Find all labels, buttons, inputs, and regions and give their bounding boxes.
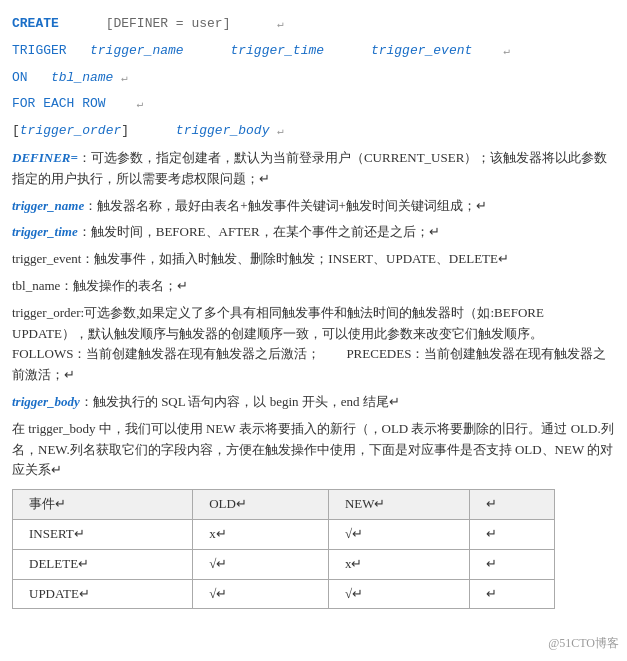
trigger-time-param: trigger_time — [230, 43, 324, 58]
cell-insert: INSERT↵ — [13, 519, 193, 549]
on-line: ON tbl_name ↵ — [12, 68, 615, 89]
trigger-order-term: trigger_order — [12, 305, 81, 320]
table-row: DELETE↵ √↵ x↵ ↵ — [13, 549, 555, 579]
cell-update-empty: ↵ — [470, 579, 555, 609]
on-keyword: ON — [12, 70, 28, 85]
col-empty: ↵ — [470, 490, 555, 520]
cell-insert-empty: ↵ — [470, 519, 555, 549]
trigger-body-term: trigger_body — [12, 394, 80, 409]
trigger-line: TRIGGER trigger_name trigger_time trigge… — [12, 41, 615, 62]
definer-desc: DEFINER=：可选参数，指定创建者，默认为当前登录用户（CURRENT_US… — [12, 148, 615, 190]
tbl-name-param: tbl_name — [51, 70, 113, 85]
cell-insert-new: √↵ — [328, 519, 469, 549]
cell-delete-old: √↵ — [193, 549, 329, 579]
table-row: INSERT↵ x↵ √↵ ↵ — [13, 519, 555, 549]
cell-update: UPDATE↵ — [13, 579, 193, 609]
for-each-row-line: FOR EACH ROW ↵ — [12, 94, 615, 115]
trigger-name-text: ：触发器名称，最好由表名+触发事件关键词+触发时间关键词组成；↵ — [84, 198, 487, 213]
trigger-order-param: trigger_order — [20, 123, 121, 138]
trigger-body-desc: trigger_body：触发执行的 SQL 语句内容，以 begin 开头，e… — [12, 392, 615, 413]
create-keyword: CREATE — [12, 16, 59, 31]
trigger-event-text: 触发事件，如插入时触发、删除时触发；INSERT、UPDATE、DELETE↵ — [94, 251, 509, 266]
paragraph-text: 在 trigger_body 中，我们可以使用 NEW 表示将要插入的新行（，O… — [12, 419, 615, 481]
trigger-name-param: trigger_name — [90, 43, 184, 58]
trigger-time-text: ：触发时间，BEFORE、AFTER，在某个事件之前还是之后；↵ — [78, 224, 440, 239]
line1-arrow: ↵ — [277, 18, 284, 30]
definer-part: [DEFINER = user] — [106, 16, 231, 31]
trigger-order-line: [trigger_order] trigger_body ↵ — [12, 121, 615, 142]
event-table: 事件↵ OLD↵ NEW↵ ↵ INSERT↵ x↵ √↵ ↵ DELETE↵ … — [12, 489, 555, 609]
tbl-name-text: 触发操作的表名；↵ — [73, 278, 188, 293]
trigger-order-desc: trigger_order:可选参数,如果定义了多个具有相同触发事件和触法时间的… — [12, 303, 615, 386]
trigger-order-bracket-close: ] — [121, 123, 129, 138]
cell-update-new: √↵ — [328, 579, 469, 609]
trigger-event-desc: trigger_event：触发事件，如插入时触发、删除时触发；INSERT、U… — [12, 249, 615, 270]
col-event: 事件↵ — [13, 490, 193, 520]
create-line: CREATE [DEFINER = user] ↵ — [12, 14, 615, 35]
tbl-name-desc: tbl_name：触发操作的表名；↵ — [12, 276, 615, 297]
definer-text: ：可选参数，指定创建者，默认为当前登录用户（CURRENT_USER）；该触发器… — [12, 150, 607, 186]
line3-arrow: ↵ — [121, 72, 128, 84]
trigger-name-term: trigger_name — [12, 198, 84, 213]
trigger-event-term: trigger_event： — [12, 251, 94, 266]
table-header-row: 事件↵ OLD↵ NEW↵ ↵ — [13, 490, 555, 520]
cell-delete: DELETE↵ — [13, 549, 193, 579]
trigger-keyword: TRIGGER — [12, 43, 67, 58]
trigger-body-param: trigger_body — [176, 123, 270, 138]
trigger-order-text: :可选参数,如果定义了多个具有相同触发事件和触法时间的触发器时（如:BEFORE… — [12, 305, 606, 382]
trigger-body-text: ：触发执行的 SQL 语句内容，以 begin 开头，end 结尾↵ — [80, 394, 400, 409]
line5-arrow: ↵ — [277, 125, 284, 137]
line2-arrow: ↵ — [504, 45, 511, 57]
col-new: NEW↵ — [328, 490, 469, 520]
trigger-event-param: trigger_event — [371, 43, 472, 58]
for-each-row-keyword: FOR EACH ROW — [12, 96, 106, 111]
trigger-time-desc: trigger_time：触发时间，BEFORE、AFTER，在某个事件之前还是… — [12, 222, 615, 243]
cell-insert-old: x↵ — [193, 519, 329, 549]
tbl-name-term: tbl_name： — [12, 278, 73, 293]
cell-delete-empty: ↵ — [470, 549, 555, 579]
cell-update-old: √↵ — [193, 579, 329, 609]
line4-arrow: ↵ — [137, 98, 144, 110]
trigger-order-bracket: [ — [12, 123, 20, 138]
cell-delete-new: x↵ — [328, 549, 469, 579]
table-row: UPDATE↵ √↵ √↵ ↵ — [13, 579, 555, 609]
definer-term: DEFINER= — [12, 150, 78, 165]
col-old: OLD↵ — [193, 490, 329, 520]
trigger-name-desc: trigger_name：触发器名称，最好由表名+触发事件关键词+触发时间关键词… — [12, 196, 615, 217]
trigger-time-term: trigger_time — [12, 224, 78, 239]
